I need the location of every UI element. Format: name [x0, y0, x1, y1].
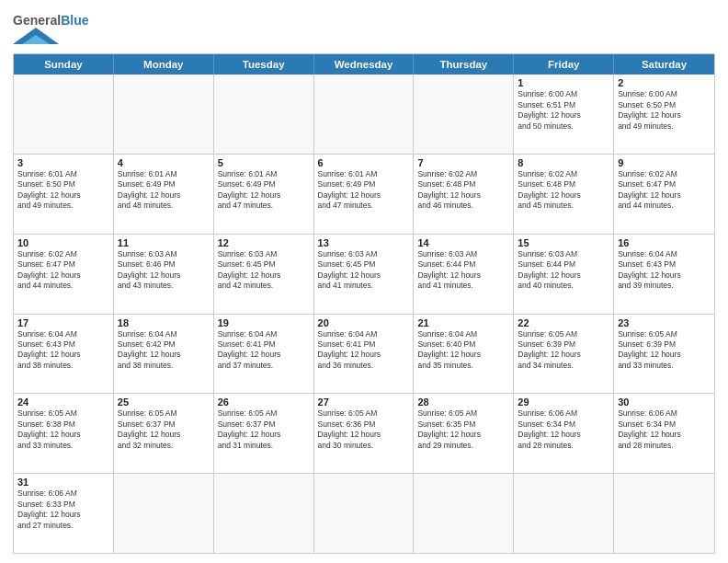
- calendar-cell-2-4: 14Sunrise: 6:03 AM Sunset: 6:44 PM Dayli…: [414, 235, 514, 314]
- day-number: 26: [218, 396, 310, 408]
- calendar-cell-5-6: [614, 474, 714, 553]
- calendar-row-4: 24Sunrise: 6:05 AM Sunset: 6:38 PM Dayli…: [14, 394, 714, 474]
- calendar-row-2: 10Sunrise: 6:02 AM Sunset: 6:47 PM Dayli…: [14, 235, 714, 315]
- day-number: 13: [318, 237, 410, 248]
- calendar-cell-2-1: 11Sunrise: 6:03 AM Sunset: 6:46 PM Dayli…: [114, 235, 214, 314]
- calendar-row-1: 3Sunrise: 6:01 AM Sunset: 6:50 PM Daylig…: [14, 155, 714, 235]
- day-number: 27: [318, 396, 410, 408]
- calendar-cell-1-2: 5Sunrise: 6:01 AM Sunset: 6:49 PM Daylig…: [214, 155, 314, 234]
- day-number: 18: [118, 317, 210, 328]
- header-thursday: Thursday: [414, 54, 514, 75]
- calendar-cell-2-3: 13Sunrise: 6:03 AM Sunset: 6:45 PM Dayli…: [314, 235, 415, 314]
- header-wednesday: Wednesday: [314, 54, 415, 75]
- calendar-cell-3-4: 21Sunrise: 6:04 AM Sunset: 6:40 PM Dayli…: [414, 315, 514, 394]
- cell-text: Sunrise: 6:03 AM Sunset: 6:45 PM Dayligh…: [318, 249, 410, 292]
- cell-text: Sunrise: 6:04 AM Sunset: 6:43 PM Dayligh…: [17, 329, 109, 372]
- calendar-cell-0-4: [414, 75, 514, 154]
- day-number: 20: [318, 317, 410, 328]
- calendar-cell-1-5: 8Sunrise: 6:02 AM Sunset: 6:48 PM Daylig…: [514, 155, 614, 234]
- calendar-row-3: 17Sunrise: 6:04 AM Sunset: 6:43 PM Dayli…: [14, 315, 714, 395]
- calendar-cell-3-1: 18Sunrise: 6:04 AM Sunset: 6:42 PM Dayli…: [114, 315, 214, 394]
- cell-text: Sunrise: 6:04 AM Sunset: 6:43 PM Dayligh…: [618, 249, 711, 292]
- logo-general: General: [13, 13, 61, 28]
- calendar-cell-5-3: [314, 474, 415, 553]
- cell-text: Sunrise: 6:02 AM Sunset: 6:47 PM Dayligh…: [618, 169, 711, 212]
- logo-icon: [13, 28, 59, 44]
- cell-text: Sunrise: 6:00 AM Sunset: 6:50 PM Dayligh…: [618, 89, 711, 132]
- calendar-cell-4-5: 29Sunrise: 6:06 AM Sunset: 6:34 PM Dayli…: [514, 394, 614, 473]
- day-number: 30: [618, 396, 711, 408]
- calendar-cell-4-6: 30Sunrise: 6:06 AM Sunset: 6:34 PM Dayli…: [614, 394, 714, 473]
- cell-text: Sunrise: 6:05 AM Sunset: 6:38 PM Dayligh…: [17, 408, 109, 451]
- day-number: 16: [618, 237, 711, 248]
- cell-text: Sunrise: 6:03 AM Sunset: 6:46 PM Dayligh…: [118, 249, 210, 292]
- day-number: 9: [618, 157, 711, 168]
- day-number: 1: [518, 77, 609, 88]
- calendar-cell-3-2: 19Sunrise: 6:04 AM Sunset: 6:41 PM Dayli…: [214, 315, 314, 394]
- calendar-cell-3-5: 22Sunrise: 6:05 AM Sunset: 6:39 PM Dayli…: [514, 315, 614, 394]
- cell-text: Sunrise: 6:05 AM Sunset: 6:39 PM Dayligh…: [518, 329, 609, 372]
- calendar-cell-0-2: [214, 75, 314, 154]
- calendar-cell-5-4: [414, 474, 514, 553]
- day-number: 3: [17, 157, 109, 168]
- logo: GeneralBlue: [13, 13, 88, 48]
- cell-text: Sunrise: 6:01 AM Sunset: 6:50 PM Dayligh…: [17, 169, 109, 212]
- day-number: 21: [417, 317, 509, 328]
- day-number: 29: [518, 396, 609, 408]
- cell-text: Sunrise: 6:06 AM Sunset: 6:33 PM Dayligh…: [17, 488, 109, 531]
- day-number: 10: [17, 237, 109, 248]
- calendar-row-5: 31Sunrise: 6:06 AM Sunset: 6:33 PM Dayli…: [14, 474, 714, 553]
- cell-text: Sunrise: 6:03 AM Sunset: 6:44 PM Dayligh…: [518, 249, 609, 292]
- day-number: 5: [218, 157, 310, 168]
- cell-text: Sunrise: 6:01 AM Sunset: 6:49 PM Dayligh…: [218, 169, 310, 212]
- day-number: 23: [618, 317, 711, 328]
- cell-text: Sunrise: 6:04 AM Sunset: 6:41 PM Dayligh…: [218, 329, 310, 372]
- calendar-cell-4-3: 27Sunrise: 6:05 AM Sunset: 6:36 PM Dayli…: [314, 394, 415, 473]
- cell-text: Sunrise: 6:05 AM Sunset: 6:36 PM Dayligh…: [318, 408, 410, 451]
- cell-text: Sunrise: 6:05 AM Sunset: 6:35 PM Dayligh…: [417, 408, 509, 451]
- calendar-cell-2-5: 15Sunrise: 6:03 AM Sunset: 6:44 PM Dayli…: [514, 235, 614, 314]
- cell-text: Sunrise: 6:06 AM Sunset: 6:34 PM Dayligh…: [618, 408, 711, 451]
- day-number: 12: [218, 237, 310, 248]
- day-number: 25: [118, 396, 210, 408]
- day-number: 11: [118, 237, 210, 248]
- cell-text: Sunrise: 6:00 AM Sunset: 6:51 PM Dayligh…: [518, 89, 609, 132]
- calendar-cell-0-5: 1Sunrise: 6:00 AM Sunset: 6:51 PM Daylig…: [514, 75, 614, 154]
- header-tuesday: Tuesday: [214, 54, 314, 75]
- calendar-cell-0-3: [314, 75, 415, 154]
- calendar-cell-3-0: 17Sunrise: 6:04 AM Sunset: 6:43 PM Dayli…: [14, 315, 114, 394]
- day-number: 6: [318, 157, 410, 168]
- cell-text: Sunrise: 6:01 AM Sunset: 6:49 PM Dayligh…: [118, 169, 210, 212]
- calendar-cell-0-0: [14, 75, 114, 154]
- calendar-cell-5-1: [114, 474, 214, 553]
- cell-text: Sunrise: 6:03 AM Sunset: 6:45 PM Dayligh…: [218, 249, 310, 292]
- calendar-cell-4-0: 24Sunrise: 6:05 AM Sunset: 6:38 PM Dayli…: [14, 394, 114, 473]
- calendar-cell-5-5: [514, 474, 614, 553]
- cell-text: Sunrise: 6:06 AM Sunset: 6:34 PM Dayligh…: [518, 408, 609, 451]
- calendar-cell-3-3: 20Sunrise: 6:04 AM Sunset: 6:41 PM Dayli…: [314, 315, 415, 394]
- cell-text: Sunrise: 6:04 AM Sunset: 6:41 PM Dayligh…: [318, 329, 410, 372]
- calendar-cell-1-3: 6Sunrise: 6:01 AM Sunset: 6:49 PM Daylig…: [314, 155, 415, 234]
- calendar-cell-2-0: 10Sunrise: 6:02 AM Sunset: 6:47 PM Dayli…: [14, 235, 114, 314]
- calendar-cell-5-0: 31Sunrise: 6:06 AM Sunset: 6:33 PM Dayli…: [14, 474, 114, 553]
- calendar-cell-2-2: 12Sunrise: 6:03 AM Sunset: 6:45 PM Dayli…: [214, 235, 314, 314]
- calendar-header: SundayMondayTuesdayWednesdayThursdayFrid…: [14, 54, 714, 75]
- calendar-cell-0-1: [114, 75, 214, 154]
- cell-text: Sunrise: 6:05 AM Sunset: 6:37 PM Dayligh…: [218, 408, 310, 451]
- header: GeneralBlue: [13, 9, 715, 48]
- calendar: SundayMondayTuesdayWednesdayThursdayFrid…: [13, 53, 715, 554]
- header-monday: Monday: [114, 54, 214, 75]
- day-number: 2: [618, 77, 711, 88]
- calendar-row-0: 1Sunrise: 6:00 AM Sunset: 6:51 PM Daylig…: [14, 75, 714, 155]
- calendar-body: 1Sunrise: 6:00 AM Sunset: 6:51 PM Daylig…: [14, 75, 714, 553]
- logo-blue: Blue: [61, 13, 88, 28]
- cell-text: Sunrise: 6:05 AM Sunset: 6:37 PM Dayligh…: [118, 408, 210, 451]
- cell-text: Sunrise: 6:04 AM Sunset: 6:40 PM Dayligh…: [417, 329, 509, 372]
- day-number: 7: [417, 157, 509, 168]
- day-number: 31: [17, 477, 109, 488]
- cell-text: Sunrise: 6:05 AM Sunset: 6:39 PM Dayligh…: [618, 329, 711, 372]
- cell-text: Sunrise: 6:02 AM Sunset: 6:47 PM Dayligh…: [17, 249, 109, 292]
- calendar-cell-3-6: 23Sunrise: 6:05 AM Sunset: 6:39 PM Dayli…: [614, 315, 714, 394]
- calendar-cell-4-4: 28Sunrise: 6:05 AM Sunset: 6:35 PM Dayli…: [414, 394, 514, 473]
- cell-text: Sunrise: 6:02 AM Sunset: 6:48 PM Dayligh…: [518, 169, 609, 212]
